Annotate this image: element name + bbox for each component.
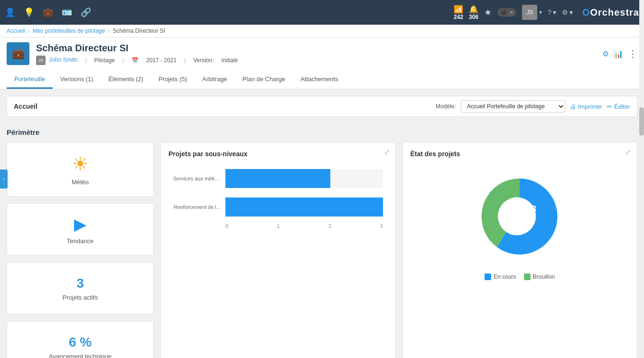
- briefcase-icon[interactable]: 💼: [43, 7, 53, 18]
- nav-icons: 👤 💡 💼 🪪 🔗: [5, 7, 454, 18]
- tab-plan-charge[interactable]: Plan de Charge: [235, 71, 293, 89]
- settings-chevron-icon: ▾: [569, 9, 573, 16]
- help-button[interactable]: ? ▾: [548, 9, 556, 16]
- pie-chart-expand-icon[interactable]: ⤢: [625, 148, 631, 156]
- tendance-card: ▶ Tendance: [7, 203, 154, 255]
- more-action-icon[interactable]: ⋮: [628, 48, 637, 59]
- notification-badge[interactable]: 🔔 306: [469, 5, 478, 20]
- bar-label-2: Renforcement de l...: [173, 204, 221, 210]
- bar-row-1: Services aux métiers: [173, 169, 383, 188]
- bar-track-1: [225, 169, 383, 188]
- help-chevron-icon: ▾: [553, 9, 556, 16]
- settings-action-icon[interactable]: ⚙: [602, 49, 609, 58]
- sidebar-toggle[interactable]: ›: [0, 170, 8, 188]
- favorites-star-icon[interactable]: ★: [484, 7, 492, 18]
- bar-chart-title: Projets par sous-niveaux: [168, 150, 388, 158]
- axis-0: 0: [225, 223, 228, 229]
- bar-chart-axis: 0 1 2 3: [225, 223, 383, 229]
- pie-label-en-cours: 3: [532, 204, 536, 214]
- perimetre-title: Périmètre: [7, 123, 637, 142]
- tab-attachements[interactable]: Attachements: [293, 71, 346, 89]
- app-logo: OOrchestra: [582, 7, 639, 18]
- tendance-label: Tendance: [67, 237, 93, 245]
- tab-projets[interactable]: Projets (5): [151, 71, 195, 89]
- meteo-label: Météo: [72, 179, 89, 186]
- breadcrumb-sep-1: ›: [28, 28, 30, 34]
- section-title: Accueil: [14, 103, 431, 110]
- portfolio-actions: ⚙ 📊 ⋮: [602, 48, 637, 59]
- portfolio-header: 💼 Schéma Directeur SI JS John Smith | Pi…: [0, 38, 644, 89]
- pie-svg: 3 2: [467, 169, 572, 264]
- network-icon[interactable]: 🔗: [81, 7, 91, 18]
- scrollbar-thumb[interactable]: [639, 107, 644, 136]
- nav-right: 📶 242 🔔 306 ★ ⚫ ✕ JS ▾ ? ▾ ⚙ ▾ OOrchestr…: [454, 5, 639, 20]
- avancement-label: Avancement technique: [49, 353, 112, 358]
- legend-brouillon: Brouillon: [524, 273, 555, 280]
- bar-fill-1: [225, 169, 330, 188]
- tab-versions[interactable]: Versions (1): [53, 71, 101, 89]
- axis-3: 3: [380, 223, 383, 229]
- toggle-close-icon[interactable]: ✕: [509, 9, 513, 16]
- person-icon[interactable]: 👤: [5, 7, 15, 18]
- bar-row-2: Renforcement de l...: [173, 198, 383, 217]
- edit-button[interactable]: ✏ Éditer: [607, 103, 630, 110]
- settings-button[interactable]: ⚙ ▾: [562, 9, 573, 16]
- bar-fill-2: [225, 198, 383, 217]
- avatar: JS: [522, 5, 537, 20]
- projets-actifs-card: 3 Projets actifs: [7, 262, 154, 314]
- tab-elements[interactable]: Éléments (2): [101, 71, 151, 89]
- avancement-value: 6 %: [69, 335, 92, 350]
- bar-chart-card: Projets par sous-niveaux ⤢ Services aux …: [160, 142, 396, 358]
- breadcrumb-home[interactable]: Accueil: [7, 28, 25, 34]
- scrollbar-track: [639, 0, 644, 358]
- axis-2: 2: [328, 223, 331, 229]
- main-tabs: Portefeuille Versions (1) Éléments (2) P…: [7, 71, 637, 89]
- id-card-icon[interactable]: 🪪: [62, 7, 72, 18]
- breadcrumb-current: Schéma Directeur SI: [112, 28, 165, 34]
- projets-actifs-label: Projets actifs: [63, 294, 98, 301]
- meteo-card: ☀ Météo: [7, 142, 154, 197]
- model-select[interactable]: Accueil Portefeuille de pilotage: [461, 100, 565, 113]
- model-label: Modèle:: [436, 103, 456, 110]
- portfolio-title-area: Schéma Directeur SI JS John Smith | Pilo…: [36, 43, 596, 65]
- chevron-down-icon: ▾: [539, 9, 542, 16]
- legend-en-cours: En cours: [485, 273, 516, 280]
- sun-icon: ☀: [72, 153, 89, 175]
- portfolio-meta: JS John Smith | Pilotage | 📅 2017 - 2021…: [36, 56, 596, 65]
- play-icon: ▶: [74, 215, 86, 234]
- legend-label-brouillon: Brouillon: [533, 273, 555, 280]
- pilotage-label: Pilotage: [94, 57, 115, 64]
- bar-chart: Services aux métiers Renforcement de l..…: [168, 164, 388, 229]
- pencil-icon: ✏: [607, 103, 612, 110]
- main-content: Accueil Modèle: Accueil Portefeuille de …: [0, 89, 644, 358]
- pie-chart-container: 3 2 En cours Brouillon: [411, 164, 630, 280]
- breadcrumb-portfolios[interactable]: Mes portefeuilles de pilotage: [33, 28, 105, 34]
- tab-portefeuille[interactable]: Portefeuille: [7, 71, 53, 89]
- signal-count: 242: [454, 14, 463, 20]
- notification-count: 306: [469, 14, 478, 20]
- portfolio-title: Schéma Directeur SI: [36, 43, 596, 54]
- version-value: Initiale: [222, 57, 238, 64]
- axis-1: 1: [277, 223, 280, 229]
- section-toolbar: Accueil Modèle: Accueil Portefeuille de …: [7, 96, 637, 117]
- gear-icon: ⚙: [562, 9, 568, 16]
- toggle-circle-icon: ⚫: [500, 9, 507, 16]
- calendar-icon: 📅: [131, 57, 139, 64]
- logo-o: O: [582, 7, 590, 18]
- nav-toggle[interactable]: ⚫ ✕: [497, 8, 516, 17]
- bar-chart-expand-icon[interactable]: ⤢: [384, 148, 390, 156]
- cards-area: ☀ Météo ▶ Tendance 3 Projets actifs 6 % …: [7, 142, 637, 358]
- signal-badge[interactable]: 📶 242: [454, 5, 463, 20]
- legend-dot-brouillon: [524, 273, 531, 280]
- left-cards: ☀ Météo ▶ Tendance 3 Projets actifs 6 % …: [7, 142, 154, 358]
- print-button[interactable]: 🖨 Imprimer: [570, 103, 602, 110]
- user-menu-button[interactable]: JS ▾: [522, 5, 542, 20]
- bell-icon: 🔔: [469, 5, 478, 14]
- breadcrumb-sep-2: ›: [108, 28, 110, 34]
- pie-legend: En cours Brouillon: [485, 273, 555, 280]
- version-label: Version:: [193, 57, 214, 64]
- tab-arbitrage[interactable]: Arbitrage: [195, 71, 235, 89]
- chart-action-icon[interactable]: 📊: [614, 49, 623, 58]
- lightbulb-icon[interactable]: 💡: [24, 7, 34, 18]
- owner-name[interactable]: John Smith: [49, 57, 77, 63]
